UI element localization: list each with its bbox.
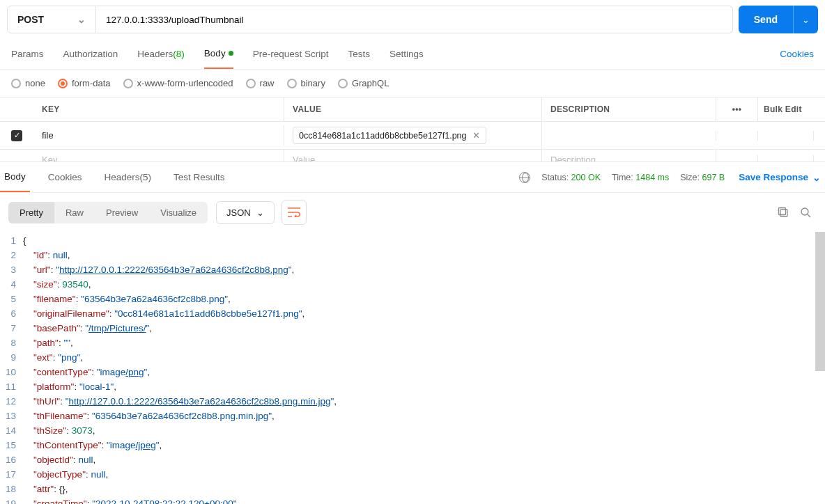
copy-button[interactable] [772, 201, 794, 223]
request-tabs: Params Authorization Headers (8) Body Pr… [0, 39, 825, 70]
chevron-down-icon[interactable]: ⌄ [793, 6, 818, 33]
request-bar: POST ⌄ Send ⌄ [0, 0, 825, 39]
resp-tab-headers[interactable]: Headers (5) [100, 162, 156, 192]
tab-settings[interactable]: Settings [390, 39, 424, 69]
formdata-table: KEY VALUE DESCRIPTION ••• Bulk Edit ✓ fi… [0, 97, 825, 162]
key-cell[interactable]: file [33, 125, 284, 145]
resp-tab-cookies[interactable]: Cookies [44, 162, 86, 192]
url-input[interactable] [96, 6, 733, 33]
tab-authorization[interactable]: Authorization [63, 39, 118, 69]
tab-prerequest[interactable]: Pre-request Script [253, 39, 329, 69]
tab-params[interactable]: Params [11, 39, 44, 69]
resp-tab-body[interactable]: Body [0, 162, 30, 192]
scrollbar[interactable] [815, 232, 825, 371]
send-label: Send [739, 14, 793, 25]
method-value: POST [17, 14, 44, 25]
svg-rect-1 [779, 208, 786, 215]
svg-line-3 [808, 214, 810, 217]
svg-point-2 [801, 208, 808, 215]
file-pill[interactable]: 0cc814e681a1c11add6b8cbbe5e127f1.png✕ [293, 127, 486, 144]
response-body[interactable]: 12345678910111213141516171819 { "id": nu… [0, 232, 825, 504]
table-row: Key Value Description [0, 150, 825, 162]
col-key: KEY [33, 97, 284, 121]
viewer-toolbar: Pretty Raw Preview Visualize JSON⌄ [0, 193, 825, 232]
close-icon[interactable]: ✕ [472, 130, 480, 141]
wrap-lines-button[interactable] [282, 200, 307, 225]
tab-body[interactable]: Body [204, 39, 233, 69]
col-desc: DESCRIPTION [542, 97, 716, 121]
body-type-graphql[interactable]: GraphQL [338, 78, 389, 88]
send-button[interactable]: Send ⌄ [739, 6, 818, 33]
chevron-down-icon: ⌄ [77, 14, 86, 25]
save-response-button[interactable]: Save Response ⌄ [739, 172, 821, 183]
key-placeholder[interactable]: Key [33, 150, 284, 162]
view-mode-segment: Pretty Raw Preview Visualize [8, 202, 208, 223]
body-type-formdata[interactable]: form-data [58, 78, 111, 88]
format-select[interactable]: JSON⌄ [216, 201, 275, 224]
view-raw[interactable]: Raw [54, 202, 95, 223]
copy-icon [778, 207, 789, 218]
wrap-icon [288, 207, 300, 217]
tab-tests[interactable]: Tests [348, 39, 370, 69]
more-icon[interactable]: ••• [716, 97, 758, 121]
body-type-none[interactable]: none [11, 78, 45, 88]
svg-rect-0 [780, 210, 787, 216]
response-tabs: Body Cookies Headers (5) Test Results St… [0, 162, 825, 193]
value-placeholder[interactable]: Value [284, 150, 542, 162]
view-preview[interactable]: Preview [95, 202, 149, 223]
bulk-edit-link[interactable]: Bulk Edit [758, 97, 814, 121]
modified-dot-icon [229, 51, 233, 56]
resp-tab-tests[interactable]: Test Results [169, 162, 229, 192]
table-header: KEY VALUE DESCRIPTION ••• Bulk Edit [0, 97, 825, 122]
body-type-row: none form-data x-www-form-urlencoded raw… [0, 70, 825, 97]
search-icon [800, 207, 811, 218]
view-pretty[interactable]: Pretty [8, 202, 54, 223]
chevron-down-icon: ⌄ [256, 207, 264, 218]
col-value: VALUE [284, 97, 542, 121]
body-type-raw[interactable]: raw [246, 78, 275, 88]
body-type-urlencoded[interactable]: x-www-form-urlencoded [123, 78, 233, 88]
desc-cell[interactable] [542, 131, 716, 141]
cookies-link[interactable]: Cookies [780, 49, 814, 59]
search-button[interactable] [794, 201, 817, 223]
response-meta: Status: 200 OK Time: 1484 ms Size: 697 B [519, 172, 725, 183]
method-select[interactable]: POST ⌄ [7, 6, 96, 33]
tab-headers[interactable]: Headers (8) [137, 39, 185, 69]
chevron-down-icon: ⌄ [812, 172, 821, 183]
desc-placeholder[interactable]: Description [542, 150, 716, 162]
table-row: ✓ file 0cc814e681a1c11add6b8cbbe5e127f1.… [0, 122, 825, 150]
view-visualize[interactable]: Visualize [149, 202, 208, 223]
body-type-binary[interactable]: binary [287, 78, 325, 88]
row-checkbox[interactable]: ✓ [11, 130, 22, 141]
globe-icon[interactable] [519, 172, 530, 183]
